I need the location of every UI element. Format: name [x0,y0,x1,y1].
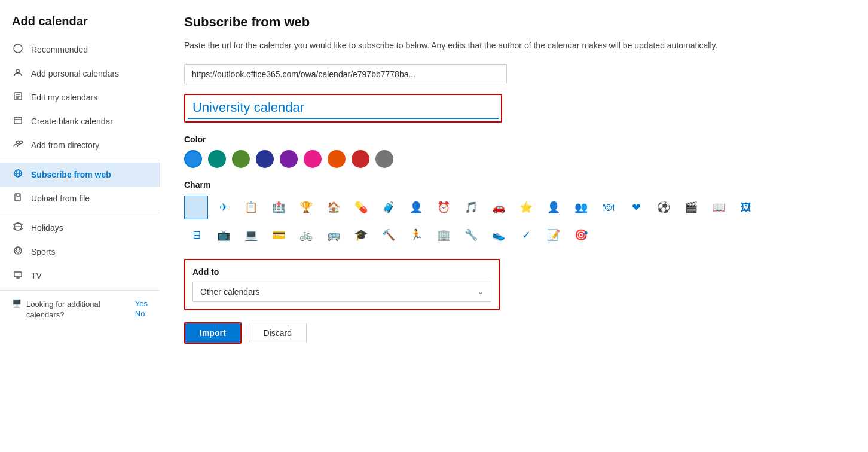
color-blue[interactable] [184,150,202,168]
charm-item-1[interactable]: 📋 [239,196,263,219]
charm-item-9[interactable]: 🎵 [459,196,483,219]
color-green[interactable] [232,150,250,168]
svg-point-5 [20,141,23,144]
svg-point-1 [16,69,20,73]
charm-item-32[interactable]: ✓ [514,223,538,247]
sidebar-item-label-tv: TV [31,271,42,280]
charm-item-18[interactable]: 📖 [707,196,731,219]
sidebar-item-label-add-personal: Add personal calendars [31,69,119,78]
upload-file-icon [12,193,24,204]
description-text: Paste the url for the calendar you would… [184,39,842,52]
calendar-name-wrapper [184,94,502,123]
charm-item-5[interactable]: 💊 [349,196,373,219]
charm-item-14[interactable]: 🍽 [597,196,621,219]
page-title: Subscribe from web [184,14,844,30]
charm-empty[interactable] [184,196,208,219]
button-row: Import Discard [184,322,844,344]
charm-item-10[interactable]: 🚗 [487,196,511,219]
charm-item-15[interactable]: ❤ [624,196,648,219]
sidebar-item-recommended[interactable]: Recommended [0,38,160,62]
sidebar-item-label-upload-file: Upload from file [31,194,90,203]
sidebar-item-add-personal[interactable]: Add personal calendars [0,62,160,85]
charm-item-20[interactable]: 🖥 [184,223,208,247]
svg-rect-10 [14,272,22,277]
charm-item-33[interactable]: 📝 [542,223,566,247]
charm-item-17[interactable]: 🎬 [679,196,703,219]
yes-link[interactable]: Yes [135,299,148,308]
sidebar-footer: 🖥️ Looking for additional calendars? Yes… [0,293,160,326]
sidebar-item-label-subscribe-web: Subscribe from web [31,170,111,179]
svg-rect-3 [14,117,22,124]
color-teal[interactable] [208,150,226,168]
charm-item-4[interactable]: 🏠 [322,196,346,219]
charm-item-3[interactable]: 🏆 [294,196,318,219]
charm-item-30[interactable]: 🔧 [459,223,483,247]
color-label: Color [184,135,844,144]
tv-icon [12,270,24,282]
sidebar-title: Add calendar [0,10,160,38]
charm-item-34[interactable]: 🎯 [569,223,593,247]
color-picker [184,150,844,168]
svg-rect-7 [15,194,20,201]
color-orange[interactable] [328,150,346,168]
charm-item-13[interactable]: 👥 [569,196,593,219]
charm-item-16[interactable]: ⚽ [652,196,676,219]
color-red[interactable] [352,150,369,168]
charm-item-22[interactable]: 💻 [239,223,263,247]
svg-point-0 [14,44,22,53]
charm-item-25[interactable]: 🚌 [322,223,346,247]
sidebar-divider [0,290,160,291]
charm-item-0[interactable]: ✈ [212,196,236,219]
discard-button[interactable]: Discard [249,323,307,343]
charm-label: Charm [184,180,844,190]
charm-item-23[interactable]: 💳 [267,223,291,247]
import-button[interactable]: Import [184,322,242,344]
charm-item-28[interactable]: 🏃 [404,223,428,247]
dropdown-value: Other calendars [200,287,260,297]
charm-item-7[interactable]: 👤 [404,196,428,219]
recommended-icon [12,44,24,56]
calendar-name-input[interactable] [188,97,499,119]
charm-item-12[interactable]: 👤 [542,196,566,219]
charm-item-21[interactable]: 📺 [212,223,236,247]
add-to-dropdown[interactable]: Other calendars ⌄ [192,282,491,302]
color-gray[interactable] [375,150,393,168]
looking-for-icon: 🖥️ [12,299,22,308]
chevron-down-icon: ⌄ [478,288,484,296]
sidebar-item-edit-my[interactable]: Edit my calendars [0,85,160,109]
svg-point-4 [17,141,20,144]
sidebar-item-label-sports: Sports [31,247,55,256]
sidebar-item-label-create-blank: Create blank calendar [31,117,113,126]
charm-item-6[interactable]: 🧳 [377,196,401,219]
charm-item-8[interactable]: ⏰ [432,196,456,219]
holidays-icon [12,222,24,234]
sidebar-item-sports[interactable]: Sports [0,240,160,264]
sidebar-item-subscribe-web[interactable]: Subscribe from web [0,163,160,187]
charm-item-26[interactable]: 🎓 [349,223,373,247]
color-pink[interactable] [304,150,322,168]
color-purple[interactable] [280,150,298,168]
sidebar: Add calendar RecommendedAdd personal cal… [0,0,160,452]
no-link[interactable]: No [135,309,148,318]
charm-item-31[interactable]: 👟 [487,223,511,247]
color-navy[interactable] [256,150,274,168]
subscribe-web-icon [12,169,24,181]
sidebar-item-label-holidays: Holidays [31,223,63,233]
add-to-label: Add to [192,267,491,277]
sidebar-item-holidays[interactable]: Holidays [0,216,160,240]
sports-icon [12,246,24,258]
charm-item-19[interactable]: 🖼 [734,196,758,219]
edit-my-icon [12,91,24,103]
sidebar-item-add-directory[interactable]: Add from directory [0,133,160,157]
charm-item-27[interactable]: 🔨 [377,223,401,247]
create-blank-icon [12,115,24,127]
add-to-section: Add to Other calendars ⌄ [184,259,500,310]
sidebar-item-upload-file[interactable]: Upload from file [0,187,160,210]
sidebar-item-tv[interactable]: TV [0,264,160,288]
sidebar-item-create-blank[interactable]: Create blank calendar [0,109,160,133]
main-content: Subscribe from web Paste the url for the… [160,0,868,452]
charm-item-29[interactable]: 🏢 [432,223,456,247]
charm-item-2[interactable]: 🏥 [267,196,291,219]
charm-item-24[interactable]: 🚲 [294,223,318,247]
charm-item-11[interactable]: ⭐ [514,196,538,219]
